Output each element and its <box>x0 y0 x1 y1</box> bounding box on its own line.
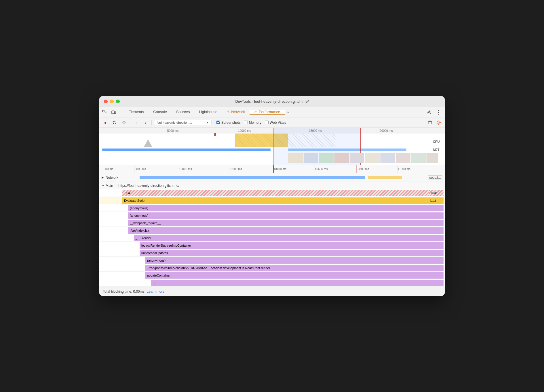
flame-row-anon1[interactable]: (anonymous) <box>99 204 445 212</box>
tab-lighthouse[interactable]: Lighthouse <box>195 110 222 115</box>
render-right <box>429 235 444 241</box>
reload-icon <box>113 121 117 125</box>
delete-recording-button[interactable] <box>426 119 434 126</box>
flame-row-render[interactable]: _…. render <box>99 234 445 242</box>
tab-elements[interactable]: Elements <box>124 110 149 115</box>
anon3-right <box>429 257 444 264</box>
rbd-bar[interactable]: ../rbd/pnpm-volume/28d7f85f-31d7-4fd8-ab… <box>145 265 429 271</box>
svg-text:NET: NET <box>433 148 440 151</box>
anon1-bar[interactable]: (anonymous) <box>128 205 429 211</box>
flame-row-update-container[interactable]: updateContainer <box>99 272 445 279</box>
timeline-overview[interactable]: 5000 ms 10000 ms 15000 ms 20000 ms CPU <box>99 128 445 165</box>
record-button[interactable]: ● <box>102 119 109 126</box>
task-bar[interactable]: Task <box>122 190 429 196</box>
tab-sources[interactable]: Sources <box>172 110 195 115</box>
web-vitals-checkbox[interactable] <box>265 121 269 124</box>
toolbar-separator-3 <box>214 120 214 125</box>
svg-rect-34 <box>288 153 303 163</box>
zoomed-timeline[interactable]: 900 ms 9800 ms 10000 ms 10200 ms 10400 m… <box>99 165 445 173</box>
inspector-icon[interactable] <box>100 108 109 116</box>
svg-rect-63 <box>368 176 402 179</box>
svg-rect-40 <box>380 153 395 163</box>
svg-rect-37 <box>334 153 349 163</box>
flame-row-legacy-render[interactable]: legacyRenderSubtreeIntoContainer <box>99 242 445 249</box>
flame-row-anon2[interactable]: (anonymous) <box>99 212 445 219</box>
task-bar-right: Task <box>429 190 444 196</box>
main-section-header: ▼ Main — https://foul-heavenly-direction… <box>99 182 445 189</box>
legacy-render-bar[interactable]: legacyRenderSubtreeIntoContainer <box>140 242 429 249</box>
download-button[interactable]: ↓ <box>142 119 149 126</box>
flame-row-index[interactable]: ./src/index.jsx <box>99 227 445 234</box>
tab-console[interactable]: Console <box>149 110 172 115</box>
settings-gear-icon <box>436 120 441 125</box>
svg-rect-35 <box>304 153 318 163</box>
update-container-right <box>429 272 444 279</box>
screenshots-checkbox-item[interactable]: Screenshots <box>216 121 241 125</box>
more-options-icon[interactable]: ⋮ <box>434 108 442 116</box>
minimize-button[interactable] <box>110 100 114 103</box>
anon3-bar[interactable]: (anonymous) <box>145 257 429 264</box>
render-bar[interactable]: _…. render <box>134 235 429 241</box>
svg-rect-4 <box>112 111 114 114</box>
window-title: DevTools - foul-heavenly-direction.glitc… <box>235 99 309 104</box>
webpack-bar[interactable]: __webpack_require__ <box>128 220 429 226</box>
index-bar[interactable]: ./src/index.jsx <box>128 227 429 234</box>
total-blocking-time: Total blocking time: 0.00ms <box>103 290 144 294</box>
main-expand-arrow[interactable]: ▼ <box>102 184 104 187</box>
anon2-bar[interactable]: (anonymous) <box>128 212 429 219</box>
svg-rect-5 <box>115 112 116 114</box>
web-vitals-checkbox-item[interactable]: Web Vitals <box>265 121 286 125</box>
svg-point-6 <box>429 111 430 113</box>
upload-button[interactable]: ↑ <box>132 119 140 126</box>
url-value: foul-heavenly-direction.... <box>157 121 205 124</box>
flame-row-task[interactable]: Task Task <box>99 189 445 197</box>
more-bar[interactable]: … <box>151 280 429 286</box>
svg-text:20000 ms: 20000 ms <box>380 129 393 132</box>
learn-more-link[interactable]: Learn more <box>147 290 164 294</box>
unbatched-bar[interactable]: unbatchedUpdates <box>140 250 429 256</box>
evaluate-script-right: L…t <box>429 197 444 204</box>
flame-row-unbatched[interactable]: unbatchedUpdates <box>99 249 445 257</box>
tab-performance[interactable]: ⚠ Performance <box>250 110 285 115</box>
web-vitals-label: Web Vitals <box>270 121 286 125</box>
task-bar-label: Task <box>124 191 131 195</box>
tab-lighthouse-label: Lighthouse <box>199 110 218 114</box>
toolbar-separator-1 <box>130 120 130 125</box>
cancel-button[interactable]: ⊘ <box>120 119 128 126</box>
svg-text:10000 ms: 10000 ms <box>179 168 192 171</box>
svg-rect-11 <box>99 128 445 134</box>
network-expand-arrow[interactable]: ▶ <box>102 176 104 179</box>
close-button[interactable] <box>104 100 108 103</box>
reload-record-button[interactable] <box>111 119 118 126</box>
evaluate-script-bar[interactable]: Evaluate Script <box>122 197 429 204</box>
tab-sources-label: Sources <box>176 110 190 114</box>
flame-row-anon3[interactable]: (anonymous) <box>99 257 445 264</box>
svg-rect-43 <box>426 153 438 163</box>
memory-checkbox[interactable] <box>244 121 248 124</box>
tab-network[interactable]: ⚠ Network <box>222 110 250 115</box>
unbatched-right <box>429 250 444 256</box>
network-section-header[interactable]: ▶ Network soop.j… <box>99 173 445 182</box>
performance-toolbar: ● ⊘ ↑ ↓ foul-heavenly-direction.... ▼ <box>99 117 445 128</box>
tab-console-label: Console <box>153 110 167 114</box>
update-container-bar[interactable]: updateContainer <box>145 272 429 279</box>
svg-text:10800 ms: 10800 ms <box>356 168 369 171</box>
settings-icon[interactable] <box>425 108 433 116</box>
maximize-button[interactable] <box>116 100 120 103</box>
flame-row-rbd[interactable]: ../rbd/pnpm-volume/28d7f85f-31d7-4fd8-ab… <box>99 264 445 272</box>
svg-rect-44 <box>99 165 445 173</box>
svg-text:5000 ms: 5000 ms <box>167 129 178 132</box>
url-selector[interactable]: foul-heavenly-direction.... ▼ <box>154 120 212 125</box>
memory-checkbox-item[interactable]: Memory <box>244 121 261 125</box>
flame-row-more[interactable]: … <box>99 279 445 287</box>
flame-row-webpack[interactable]: __webpack_require__ <box>99 219 445 227</box>
svg-rect-29 <box>102 149 271 151</box>
device-mode-icon[interactable] <box>110 108 118 116</box>
screenshots-checkbox[interactable] <box>216 121 220 124</box>
svg-text:10200 ms: 10200 ms <box>229 168 242 171</box>
svg-text:9800 ms: 9800 ms <box>135 168 146 171</box>
flame-row-evaluate-script[interactable]: Evaluate Script L…t <box>99 197 445 204</box>
performance-settings-button[interactable] <box>435 119 442 126</box>
tab-overflow-button[interactable]: » <box>285 110 291 114</box>
anon1-right <box>429 205 444 211</box>
